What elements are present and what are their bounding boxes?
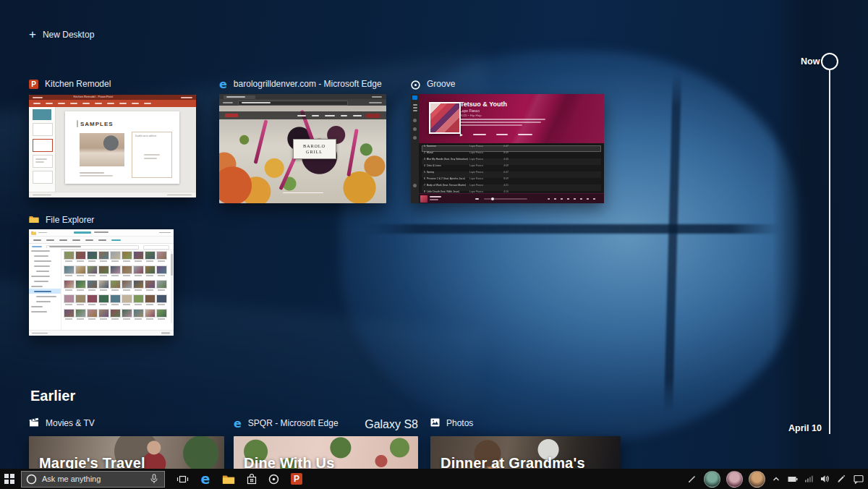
battery-icon [788,476,798,482]
photo-thumbnail[interactable] [145,265,154,276]
photo-thumbnail[interactable] [122,280,131,291]
groove-playback-bar[interactable] [419,193,604,203]
windows-logo-icon [4,474,14,484]
photo-thumbnail[interactable] [156,265,166,276]
search-placeholder: Ask me anything [42,475,101,483]
photo-thumbnail[interactable] [133,294,142,305]
photo-thumbnail[interactable] [156,309,166,320]
photo-thumbnail[interactable] [133,280,142,291]
speaker-icon [820,475,830,483]
track-artist: Lupe Fiasco [469,150,498,153]
taskbar-edge-button[interactable]: e [194,469,217,489]
photo-thumbnail[interactable] [122,309,131,320]
cortana-icon [26,474,37,485]
tray-volume-button[interactable] [817,469,833,489]
track-artist: Lupe Fiasco [469,157,498,160]
photo-thumbnail[interactable] [145,294,154,305]
photo-thumbnail[interactable] [98,265,108,276]
photo-thumbnail[interactable] [110,265,119,276]
action-center-button[interactable] [849,469,868,489]
edge-icon: e [234,419,242,428]
photo-thumbnail[interactable] [122,265,131,276]
photo-thumbnail[interactable] [64,280,73,291]
new-desktop-button[interactable]: + New Desktop [29,29,94,41]
people-avatar[interactable] [749,471,765,488]
edge-site-navbar [219,111,386,119]
photo-thumbnail[interactable] [156,251,166,262]
activity-title: Movies & TV [46,418,95,428]
tray-show-hidden-icons-button[interactable] [768,469,784,489]
cortana-search-box[interactable]: Ask me anything [21,471,165,488]
task-view-button[interactable] [171,469,194,489]
powerpoint-icon: P [291,473,302,485]
photo-thumbnail[interactable] [64,251,73,262]
photo-thumbnail[interactable] [110,309,119,320]
photo-thumbnail[interactable] [75,294,85,305]
photo-thumbnail[interactable] [145,251,154,262]
album-artist: Lupe Fiasco [460,109,480,114]
photo-thumbnail[interactable] [110,294,119,305]
timeline-track[interactable] [829,70,830,434]
microphone-icon[interactable] [150,474,158,487]
groove-header-buttons[interactable]: ▶ [460,132,532,137]
tray-pen-settings-button[interactable] [833,469,849,489]
photo-thumbnail[interactable] [133,309,142,320]
timeline-scrubber-handle[interactable] [821,53,838,70]
photo-thumbnail[interactable] [110,280,119,291]
photo-thumbnail[interactable] [122,251,131,262]
photo-thumbnail[interactable] [87,265,96,276]
photo-thumbnail[interactable] [75,309,85,320]
photo-thumbnail[interactable] [156,280,166,291]
tray-ink-workspace-button[interactable] [684,469,701,489]
folder-icon [222,474,235,485]
photo-thumbnail[interactable] [98,294,108,305]
people-avatar[interactable] [726,471,743,488]
photo-thumbnail[interactable] [145,280,154,291]
activity-title: SPQR - Microsoft Edge [248,418,339,428]
explorer-titlebar [29,229,174,237]
photo-thumbnail[interactable] [110,251,119,262]
groove-window-thumbnail[interactable]: Tetsuo & Youth Lupe Fiasco 2015 • Hip Ho… [411,94,604,203]
photo-thumbnail[interactable] [75,251,85,262]
sign-line1: BAROLO [303,144,326,149]
track-artist: Lupe Fiasco [469,144,498,147]
photo-thumbnail[interactable] [133,265,142,276]
photo-thumbnail[interactable] [75,265,85,276]
track-title: 8 Little Death (feat. Nikki Jean) [422,190,469,192]
photo-thumbnail[interactable] [64,294,73,305]
groove-track-list[interactable]: 1 SummerLupe Fiasco0:472 MuralLupe Fiasc… [411,145,604,197]
photo-thumbnail[interactable] [98,251,108,262]
track-duration: 8:09 [498,177,511,179]
photo-thumbnail[interactable] [64,309,73,320]
edge-icon: e [219,80,227,89]
people-avatar[interactable] [704,471,720,488]
photo-thumbnail[interactable] [133,251,142,262]
track-duration: 4:10 [498,190,511,192]
photo-thumbnail[interactable] [145,309,154,320]
tray-network-button[interactable] [801,469,817,489]
activity-title: barologrilldenver.com - Microsoft Edge [234,79,382,89]
photo-thumbnail[interactable] [98,309,108,320]
photo-thumbnail[interactable] [64,265,73,276]
taskbar-file-explorer-button[interactable] [217,469,240,489]
taskbar-groove-button[interactable] [263,469,285,489]
start-button[interactable] [0,469,19,489]
photo-thumbnail[interactable] [87,251,96,262]
photo-thumbnail[interactable] [98,280,108,291]
powerpoint-window-thumbnail[interactable]: Kitchen Remodel - PowerPoint SAMPLES Dou… [29,95,196,197]
taskbar-powerpoint-button[interactable]: P [285,469,308,489]
photo-thumbnail[interactable] [75,280,85,291]
edge-address-bar [219,99,386,106]
photo-thumbnail[interactable] [87,309,96,320]
file-explorer-window-thumbnail[interactable] [29,229,174,336]
earlier-header-spqr: e SPQR - Microsoft Edge Galaxy S8 [234,417,418,429]
edge-window-thumbnail[interactable]: BAROLO GRILL [219,94,386,203]
photo-thumbnail[interactable] [87,294,96,305]
powerpoint-slide-canvas: SAMPLES Double tap to add text [65,111,179,184]
photo-thumbnail[interactable] [122,294,131,305]
track-artist: Lupe Fiasco [469,163,498,166]
tray-battery-button[interactable] [784,469,801,489]
taskbar-store-button[interactable] [240,469,263,489]
photo-thumbnail[interactable] [156,294,166,305]
photo-thumbnail[interactable] [87,280,96,291]
